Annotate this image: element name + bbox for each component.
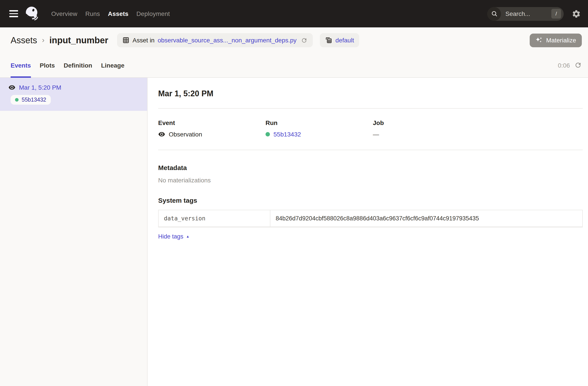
divider	[158, 108, 583, 109]
tag-value-cell: 84b26d7d9204cbf588026c8a9886d403a6c9637c…	[270, 210, 583, 227]
breadcrumb: Assets › input_number	[11, 35, 108, 45]
run-id-link[interactable]: 55b13432	[273, 131, 301, 138]
nav-item-assets[interactable]: Assets	[108, 10, 128, 17]
settings-gear-icon[interactable]	[572, 9, 581, 18]
tabs-bar: Events Plots Definition Lineage 0:06	[0, 53, 588, 78]
breadcrumb-asset-name: input_number	[49, 35, 108, 45]
tabs: Events Plots Definition Lineage	[11, 53, 124, 77]
metadata-heading: Metadata	[158, 164, 583, 171]
global-search[interactable]: /	[487, 7, 564, 20]
reload-definitions-icon[interactable]	[301, 37, 308, 43]
repository-tag: default	[320, 33, 359, 47]
sparkles-icon	[536, 37, 543, 44]
tab-definition[interactable]: Definition	[63, 53, 92, 77]
auto-refresh-group: 0:06	[558, 53, 582, 77]
asset-location-prefix: Asset in	[132, 37, 155, 44]
table-grid-icon	[122, 37, 129, 44]
run-column: Run 55b13432	[266, 119, 373, 138]
event-list-item-selected[interactable]: Mar 1, 5:20 PM 55b13432	[0, 78, 147, 111]
search-icon	[487, 7, 501, 20]
dagster-logo-icon[interactable]	[24, 6, 40, 22]
repo-default-link[interactable]: default	[336, 37, 354, 44]
job-empty-value: —	[373, 131, 379, 138]
run-status-dot	[266, 132, 270, 137]
hide-tags-link[interactable]: Hide tags ▲	[158, 233, 189, 240]
divider	[158, 150, 583, 150]
hamburger-menu-icon[interactable]	[9, 10, 18, 17]
run-id-badge-label: 55b13432	[22, 97, 46, 103]
asset-location-tag: Asset in observable_source_ass..._non_ar…	[117, 33, 313, 47]
tab-lineage[interactable]: Lineage	[101, 53, 124, 77]
observation-eye-icon	[158, 131, 165, 138]
observation-eye-icon	[8, 84, 16, 91]
hide-tags-label: Hide tags	[158, 233, 183, 240]
system-tags-table: data_version 84b26d7d9204cbf588026c8a988…	[158, 210, 583, 227]
event-detail-panel: Mar 1, 5:20 PM Event Observation	[147, 78, 588, 386]
top-navigation-bar: Overview Runs Assets Deployment /	[0, 0, 588, 27]
event-info-columns: Event Observation Run 55b1343	[158, 119, 583, 138]
event-column-label: Event	[158, 119, 266, 126]
asset-definition-file-link[interactable]: observable_source_ass..._non_argument_de…	[158, 37, 297, 44]
table-row: data_version 84b26d7d9204cbf588026c8a988…	[158, 210, 583, 227]
tag-key-cell: data_version	[158, 210, 270, 227]
caret-up-icon: ▲	[186, 235, 189, 238]
event-list-sidebar: Mar 1, 5:20 PM 55b13432	[0, 78, 147, 386]
app-root: Overview Runs Assets Deployment / Assets	[0, 0, 588, 386]
event-column: Event Observation	[158, 119, 266, 138]
page-header: Assets › input_number Asset in observabl…	[0, 27, 588, 53]
nav-links: Overview Runs Assets Deployment	[51, 10, 170, 17]
event-timestamp-link[interactable]: Mar 1, 5:20 PM	[19, 84, 61, 91]
breadcrumb-chevron-icon: ›	[42, 36, 44, 45]
system-tags-heading: System tags	[158, 197, 583, 204]
job-column-label: Job	[373, 119, 583, 126]
materialize-button[interactable]: Materialize	[530, 33, 582, 47]
content-area: Mar 1, 5:20 PM 55b13432 Mar 1, 5:20 PM E…	[0, 78, 588, 386]
repo-location-icon	[325, 37, 333, 44]
event-detail-title: Mar 1, 5:20 PM	[158, 89, 583, 99]
run-status-dot	[15, 98, 19, 102]
nav-item-overview[interactable]: Overview	[51, 10, 77, 17]
materialize-button-label: Materialize	[546, 37, 576, 44]
tab-plots[interactable]: Plots	[40, 53, 55, 77]
refresh-countdown: 0:06	[558, 61, 570, 69]
run-id-badge[interactable]: 55b13432	[11, 95, 51, 105]
run-column-label: Run	[266, 119, 373, 126]
search-input[interactable]	[504, 10, 547, 18]
nav-item-runs[interactable]: Runs	[85, 10, 100, 17]
metadata-empty-text: No materializations	[158, 177, 583, 184]
breadcrumb-assets-link[interactable]: Assets	[11, 35, 37, 45]
tab-events[interactable]: Events	[11, 53, 31, 77]
job-column: Job —	[373, 119, 583, 138]
search-shortcut-key: /	[551, 9, 561, 19]
refresh-icon[interactable]	[574, 61, 582, 69]
event-type-value: Observation	[169, 131, 202, 138]
nav-item-deployment[interactable]: Deployment	[137, 10, 170, 17]
